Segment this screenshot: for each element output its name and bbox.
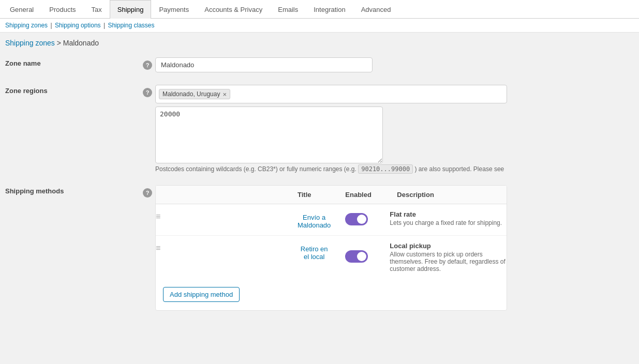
zone-regions-row: Zone regions ? Maldonado, Uruguay × 2000… — [5, 79, 634, 179]
tab-emails[interactable]: Emails — [270, 0, 306, 19]
tab-general[interactable]: General — [2, 0, 41, 19]
methods-table-wrapper: Title Enabled Description ≡ — [155, 185, 507, 311]
method-link-envio[interactable]: Envío a Maldonado — [298, 214, 331, 229]
col-drag — [156, 186, 290, 204]
add-shipping-method-button[interactable]: Add shipping method — [163, 287, 240, 302]
tab-accounts-privacy[interactable]: Accounts & Privacy — [197, 0, 270, 19]
breadcrumb-sep2: | — [103, 22, 105, 29]
method-envio-desc-text: Lets you charge a fixed rate for shippin… — [390, 219, 507, 226]
toggle-envio-slider — [345, 213, 368, 225]
breadcrumb: Shipping zones | Shipping options | Ship… — [0, 19, 639, 33]
shipping-methods-label: Shipping methods — [5, 179, 140, 317]
col-enabled-header: Enabled — [338, 186, 390, 204]
tab-shipping[interactable]: Shipping — [110, 0, 152, 19]
tab-products[interactable]: Products — [41, 0, 83, 19]
region-tag-remove[interactable]: × — [222, 91, 227, 98]
toggle-retiro-slider — [345, 250, 368, 263]
breadcrumb-sep1: | — [50, 22, 52, 29]
add-method-container: Add shipping method — [156, 279, 507, 310]
breadcrumb-shipping-options[interactable]: Shipping options — [55, 22, 101, 29]
shipping-methods-help-icon[interactable]: ? — [143, 188, 152, 198]
page-title-current: Maldonado — [63, 39, 99, 47]
nav-tabs: General Products Tax Shipping Payments A… — [0, 0, 639, 19]
zone-regions-help-icon[interactable]: ? — [143, 88, 152, 97]
method-retiro-desc-title: Local pickup — [390, 242, 507, 250]
drag-handle-icon[interactable]: ≡ — [156, 244, 160, 252]
postcode-hint: Postcodes containing wildcards (e.g. CB2… — [155, 165, 634, 173]
zone-name-input[interactable] — [155, 57, 373, 72]
table-row: ≡ Retiro en el local — [156, 236, 507, 279]
zone-name-row: Zone name ? — [5, 51, 634, 79]
tab-integration[interactable]: Integration — [306, 0, 353, 19]
page-title-arrow: > — [57, 39, 61, 47]
method-envio-desc-title: Flat rate — [390, 210, 507, 218]
toggle-retiro[interactable] — [345, 250, 368, 263]
zone-regions-label: Zone regions — [5, 79, 140, 179]
postcode-hint-suffix: ) are also supported. Please see — [414, 165, 504, 173]
breadcrumb-shipping-zones[interactable]: Shipping zones — [5, 22, 48, 29]
zone-regions-input[interactable]: Maldonado, Uruguay × — [155, 85, 507, 103]
tab-payments[interactable]: Payments — [151, 0, 197, 19]
tab-tax[interactable]: Tax — [84, 0, 110, 19]
table-row: ≡ Envío a Maldonado — [156, 204, 507, 236]
col-title-header: Title — [290, 186, 338, 204]
page-title-link[interactable]: Shipping zones — [5, 39, 55, 47]
tab-advanced[interactable]: Advanced — [353, 0, 399, 19]
col-description-header: Description — [390, 186, 507, 204]
method-retiro-desc-text: Allow customers to pick up orders themse… — [390, 251, 507, 272]
drag-handle-icon[interactable]: ≡ — [156, 212, 160, 221]
region-tag: Maldonado, Uruguay × — [159, 89, 230, 99]
toggle-envio[interactable] — [345, 213, 368, 225]
postcode-textarea[interactable]: 20000 — [155, 107, 383, 163]
methods-table: Title Enabled Description ≡ — [156, 186, 507, 279]
shipping-methods-row: Shipping methods ? Title Enabled D — [5, 179, 634, 317]
postcode-hint-code: 90210...99000 — [358, 164, 413, 174]
postcode-hint-prefix: Postcodes containing wildcards (e.g. CB2… — [155, 165, 356, 173]
page-title-bar: Shipping zones > Maldonado — [0, 33, 639, 51]
region-tag-label: Maldonado, Uruguay — [162, 90, 220, 98]
main-content: Zone name ? Zone regions ? Maldonado, — [0, 51, 639, 317]
methods-table-header: Title Enabled Description — [156, 186, 507, 204]
breadcrumb-shipping-classes[interactable]: Shipping classes — [108, 22, 154, 29]
zone-name-help-icon[interactable]: ? — [143, 60, 152, 70]
method-link-retiro[interactable]: Retiro en el local — [301, 245, 328, 261]
zone-name-label: Zone name — [5, 51, 140, 79]
form-table: Zone name ? Zone regions ? Maldonado, — [5, 51, 634, 317]
